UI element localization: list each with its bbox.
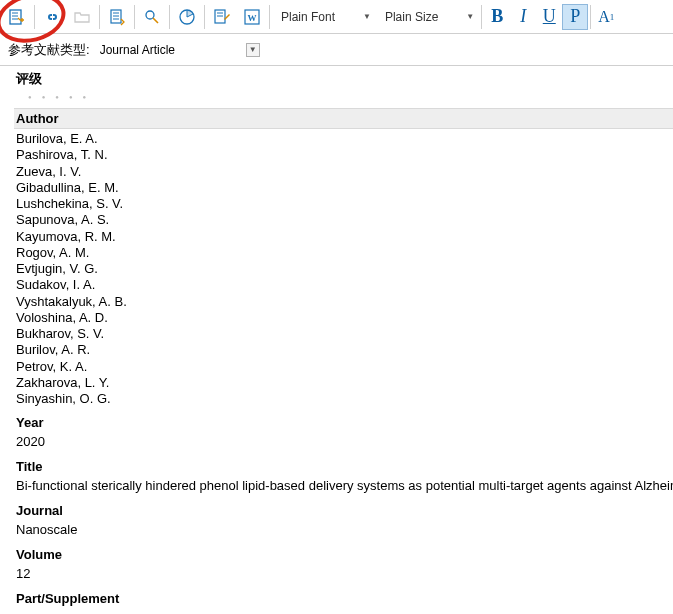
author-item: Gibadullina, E. M.	[16, 180, 673, 196]
chart-icon[interactable]	[172, 2, 202, 32]
year-label: Year	[16, 411, 673, 432]
journal-label: Journal	[16, 499, 673, 520]
format-toolbar: W Plain Font ▼ Plain Size ▼ B I U P A1	[0, 0, 673, 34]
chevron-down-icon: ▼	[466, 12, 474, 21]
svg-line-9	[153, 18, 158, 23]
author-list[interactable]: Burilova, E. A. Pashirova, T. N. Zueva, …	[16, 129, 673, 411]
author-item: Sapunova, A. S.	[16, 212, 673, 228]
author-item: Zakharova, L. Y.	[16, 375, 673, 391]
size-select[interactable]: Plain Size ▼	[376, 4, 479, 30]
reference-type-row: 参考文献类型: Journal Article ▼	[0, 34, 673, 66]
author-item: Kayumova, R. M.	[16, 229, 673, 245]
folder-icon[interactable]	[67, 2, 97, 32]
search-icon[interactable]	[137, 2, 167, 32]
author-item: Pashirova, T. N.	[16, 147, 673, 163]
author-item: Burilova, E. A.	[16, 131, 673, 147]
edit-ref-icon[interactable]	[207, 2, 237, 32]
reference-type-label: 参考文献类型:	[8, 41, 90, 59]
italic-button[interactable]: I	[510, 4, 536, 30]
svg-text:W: W	[248, 13, 257, 23]
volume-value[interactable]: 12	[16, 564, 673, 587]
svg-point-8	[146, 11, 154, 19]
underline-button[interactable]: U	[536, 4, 562, 30]
reference-type-select[interactable]: Journal Article ▼	[94, 39, 264, 61]
svg-rect-0	[10, 10, 21, 24]
part-label: Part/Supplement	[16, 587, 673, 608]
size-select-value: Plain Size	[385, 10, 438, 24]
plain-button[interactable]: P	[562, 4, 588, 30]
link-icon[interactable]	[37, 2, 67, 32]
rating-label: 评级	[16, 66, 673, 90]
font-select[interactable]: Plain Font ▼	[272, 4, 376, 30]
record-content: 评级 ●●●●● Author Burilova, E. A. Pashirov…	[0, 66, 673, 614]
author-item: Lushchekina, S. V.	[16, 196, 673, 212]
chevron-down-icon: ▼	[363, 12, 371, 21]
author-item: Voloshina, A. D.	[16, 310, 673, 326]
new-ref-icon[interactable]	[2, 2, 32, 32]
author-header: Author	[14, 108, 673, 129]
bold-button[interactable]: B	[484, 4, 510, 30]
superscript-button[interactable]: A1	[593, 4, 619, 30]
year-value[interactable]: 2020	[16, 432, 673, 455]
journal-value[interactable]: Nanoscale	[16, 520, 673, 543]
chevron-down-icon: ▼	[246, 43, 260, 57]
volume-label: Volume	[16, 543, 673, 564]
author-item: Bukharov, S. V.	[16, 326, 673, 342]
author-item: Sinyashin, O. G.	[16, 391, 673, 407]
copy-ref-icon[interactable]	[102, 2, 132, 32]
author-item: Evtjugin, V. G.	[16, 261, 673, 277]
author-item: Vyshtakalyuk, A. B.	[16, 294, 673, 310]
part-value[interactable]	[16, 608, 673, 614]
word-icon[interactable]: W	[237, 2, 267, 32]
author-item: Burilov, A. R.	[16, 342, 673, 358]
author-item: Sudakov, I. A.	[16, 277, 673, 293]
font-select-value: Plain Font	[281, 10, 335, 24]
reference-type-value: Journal Article	[100, 43, 175, 57]
author-item: Zueva, I. V.	[16, 164, 673, 180]
title-label: Title	[16, 455, 673, 476]
rating-stars[interactable]: ●●●●●	[16, 90, 673, 108]
author-item: Rogov, A. M.	[16, 245, 673, 261]
title-value[interactable]: Bi-functional sterically hindered phenol…	[16, 476, 673, 499]
author-item: Petrov, K. A.	[16, 359, 673, 375]
